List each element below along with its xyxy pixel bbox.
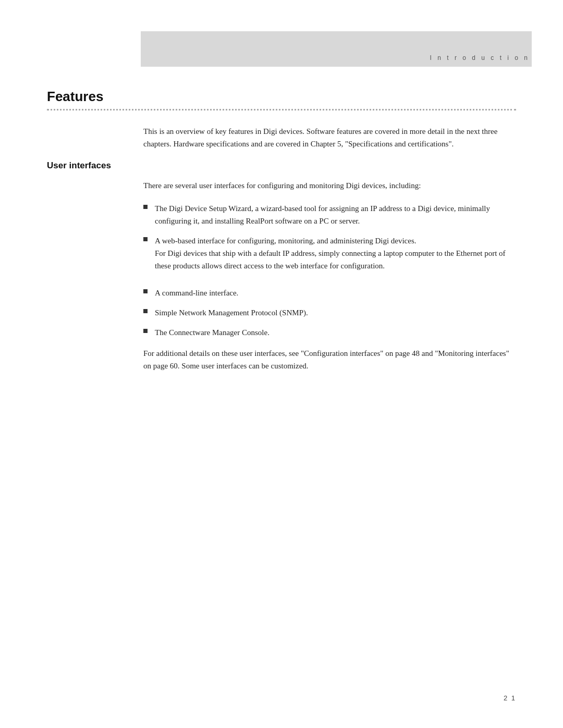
main-content: Features This is an overview of key feat…	[47, 89, 516, 382]
list-item: The Digi Device Setup Wizard, a wizard-b…	[143, 202, 516, 227]
bullet-icon	[143, 289, 148, 293]
bullet-icon	[143, 329, 148, 333]
user-interfaces-intro: There are several user interfaces for co…	[143, 179, 516, 192]
features-intro-block: This is an overview of key features in D…	[143, 125, 516, 150]
list-item: The Connectware Manager Console.	[143, 326, 516, 339]
bullet-text: The Connectware Manager Console.	[155, 326, 516, 339]
bullet-icon	[143, 237, 148, 241]
bullet-icon	[143, 309, 148, 313]
list-item: A web-based interface for configuring, m…	[143, 235, 516, 279]
chapter-label: I n t r o d u c t i o n	[430, 54, 532, 61]
list-item: A command-line interface.	[143, 287, 516, 299]
user-interfaces-content: There are several user interfaces for co…	[143, 179, 516, 372]
features-intro-paragraph: This is an overview of key features in D…	[143, 125, 516, 150]
page-container: I n t r o d u c t i o n Features This is…	[0, 0, 563, 728]
bullet-text: Simple Network Management Protocol (SNMP…	[155, 306, 516, 319]
features-heading: Features	[47, 89, 516, 105]
bullet-text: A command-line interface.	[155, 287, 516, 299]
sub-paragraph: For Digi devices that ship with a defaul…	[155, 247, 516, 272]
closing-paragraph: For additional details on these user int…	[143, 347, 516, 372]
bullet-text: The Digi Device Setup Wizard, a wizard-b…	[155, 202, 516, 227]
header-banner: I n t r o d u c t i o n	[141, 31, 532, 67]
bullet-list: The Digi Device Setup Wizard, a wizard-b…	[143, 202, 516, 339]
page-number: 2 1	[504, 694, 516, 702]
bullet-text: A web-based interface for configuring, m…	[155, 235, 417, 247]
bullet-icon	[143, 205, 148, 209]
list-item: Simple Network Management Protocol (SNMP…	[143, 306, 516, 319]
section-divider	[47, 109, 516, 110]
user-interfaces-heading: User interfaces	[47, 161, 516, 171]
